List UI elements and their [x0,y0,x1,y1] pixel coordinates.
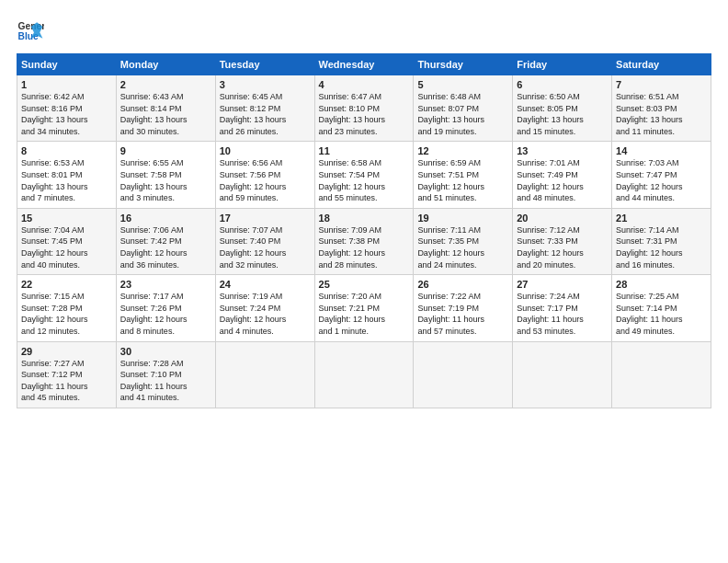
cell-2-1: 8Sunrise: 6:53 AMSunset: 8:01 PMDaylight… [17,142,117,208]
cell-1-3: 3Sunrise: 6:45 AMSunset: 8:12 PMDaylight… [215,75,314,142]
col-header-wednesday: Wednesday [314,54,414,75]
cell-4-1: 22Sunrise: 7:15 AMSunset: 7:28 PMDayligh… [17,275,117,341]
week-row-5: 29Sunrise: 7:27 AMSunset: 7:12 PMDayligh… [17,341,711,408]
logo-icon: General Blue [17,17,44,44]
day-number: 25 [319,279,410,290]
cell-content: Sunrise: 6:56 AMSunset: 7:56 PMDaylight:… [220,158,287,202]
page-header: General Blue [17,17,711,44]
day-number: 6 [517,79,608,90]
cell-content: Sunrise: 6:53 AMSunset: 8:01 PMDaylight:… [21,158,88,202]
cell-content: Sunrise: 6:59 AMSunset: 7:51 PMDaylight:… [417,158,484,202]
cell-content: Sunrise: 6:43 AMSunset: 8:14 PMDaylight:… [120,92,188,136]
week-row-4: 22Sunrise: 7:15 AMSunset: 7:28 PMDayligh… [17,275,711,341]
cell-1-5: 5Sunrise: 6:48 AMSunset: 8:07 PMDaylight… [414,75,513,142]
cell-content: Sunrise: 6:45 AMSunset: 8:12 PMDaylight:… [220,92,287,136]
cell-2-3: 10Sunrise: 6:56 AMSunset: 7:56 PMDayligh… [215,142,314,208]
cell-2-5: 12Sunrise: 6:59 AMSunset: 7:51 PMDayligh… [414,142,513,208]
day-number: 5 [417,79,508,90]
cell-5-6 [513,341,612,408]
day-number: 9 [120,145,211,156]
cell-content: Sunrise: 7:07 AMSunset: 7:40 PMDaylight:… [220,225,287,270]
cell-5-4 [314,341,414,408]
cell-content: Sunrise: 7:06 AMSunset: 7:42 PMDaylight:… [120,225,188,270]
day-number: 22 [21,279,112,290]
day-number: 30 [120,346,211,357]
cell-content: Sunrise: 7:25 AMSunset: 7:14 PMDaylight:… [616,292,683,336]
cell-content: Sunrise: 7:15 AMSunset: 7:28 PMDaylight:… [21,292,88,336]
cell-content: Sunrise: 7:09 AMSunset: 7:38 PMDaylight:… [319,225,386,270]
cell-content: Sunrise: 6:51 AMSunset: 8:03 PMDaylight:… [616,92,683,136]
cell-content: Sunrise: 7:22 AMSunset: 7:19 PMDaylight:… [417,292,484,336]
cell-2-2: 9Sunrise: 6:55 AMSunset: 7:58 PMDaylight… [116,142,215,208]
cell-1-7: 7Sunrise: 6:51 AMSunset: 8:03 PMDaylight… [612,75,711,142]
day-number: 28 [616,279,707,290]
cell-content: Sunrise: 6:48 AMSunset: 8:07 PMDaylight:… [417,92,484,136]
cell-2-4: 11Sunrise: 6:58 AMSunset: 7:54 PMDayligh… [314,142,414,208]
day-number: 7 [616,79,707,90]
week-row-3: 15Sunrise: 7:04 AMSunset: 7:45 PMDayligh… [17,208,711,274]
cell-content: Sunrise: 7:14 AMSunset: 7:31 PMDaylight:… [616,225,683,270]
day-number: 26 [417,279,508,290]
cell-3-7: 21Sunrise: 7:14 AMSunset: 7:31 PMDayligh… [612,208,711,274]
cell-content: Sunrise: 6:55 AMSunset: 7:58 PMDaylight:… [120,158,188,202]
cell-4-7: 28Sunrise: 7:25 AMSunset: 7:14 PMDayligh… [612,275,711,341]
cell-3-6: 20Sunrise: 7:12 AMSunset: 7:33 PMDayligh… [513,208,612,274]
col-header-saturday: Saturday [612,54,711,75]
cell-5-7 [612,341,711,408]
header-row: SundayMondayTuesdayWednesdayThursdayFrid… [17,54,711,75]
cell-5-5 [414,341,513,408]
week-row-1: 1Sunrise: 6:42 AMSunset: 8:16 PMDaylight… [17,75,711,142]
cell-content: Sunrise: 7:11 AMSunset: 7:35 PMDaylight:… [417,225,484,270]
day-number: 15 [21,213,112,224]
cell-2-7: 14Sunrise: 7:03 AMSunset: 7:47 PMDayligh… [612,142,711,208]
day-number: 2 [120,79,211,90]
cell-4-6: 27Sunrise: 7:24 AMSunset: 7:17 PMDayligh… [513,275,612,341]
cell-5-1: 29Sunrise: 7:27 AMSunset: 7:12 PMDayligh… [17,341,117,408]
cell-content: Sunrise: 6:58 AMSunset: 7:54 PMDaylight:… [319,158,386,202]
col-header-tuesday: Tuesday [215,54,314,75]
day-number: 13 [517,145,608,156]
day-number: 4 [319,79,410,90]
cell-content: Sunrise: 7:24 AMSunset: 7:17 PMDaylight:… [517,292,584,336]
cell-4-4: 25Sunrise: 7:20 AMSunset: 7:21 PMDayligh… [314,275,414,341]
day-number: 16 [120,213,211,224]
day-number: 14 [616,145,707,156]
cell-content: Sunrise: 7:27 AMSunset: 7:12 PMDaylight:… [21,359,88,403]
day-number: 10 [220,145,311,156]
day-number: 21 [616,213,707,224]
day-number: 3 [220,79,311,90]
day-number: 17 [220,213,311,224]
col-header-friday: Friday [513,54,612,75]
logo: General Blue [17,17,44,44]
day-number: 19 [417,213,508,224]
day-number: 23 [120,279,211,290]
cell-content: Sunrise: 7:28 AMSunset: 7:10 PMDaylight:… [120,359,188,403]
cell-3-3: 17Sunrise: 7:07 AMSunset: 7:40 PMDayligh… [215,208,314,274]
calendar-table: SundayMondayTuesdayWednesdayThursdayFrid… [17,53,711,408]
day-number: 11 [319,145,410,156]
col-header-sunday: Sunday [17,54,117,75]
cell-content: Sunrise: 7:04 AMSunset: 7:45 PMDaylight:… [21,225,88,270]
cell-5-3 [215,341,314,408]
day-number: 29 [21,346,112,357]
cell-content: Sunrise: 7:01 AMSunset: 7:49 PMDaylight:… [517,158,584,202]
cell-1-1: 1Sunrise: 6:42 AMSunset: 8:16 PMDaylight… [17,75,117,142]
cell-content: Sunrise: 7:20 AMSunset: 7:21 PMDaylight:… [319,292,386,336]
cell-1-2: 2Sunrise: 6:43 AMSunset: 8:14 PMDaylight… [116,75,215,142]
col-header-monday: Monday [116,54,215,75]
cell-content: Sunrise: 7:12 AMSunset: 7:33 PMDaylight:… [517,225,584,270]
cell-content: Sunrise: 7:17 AMSunset: 7:26 PMDaylight:… [120,292,188,336]
day-number: 24 [220,279,311,290]
cell-4-2: 23Sunrise: 7:17 AMSunset: 7:26 PMDayligh… [116,275,215,341]
day-number: 8 [21,145,112,156]
cell-3-4: 18Sunrise: 7:09 AMSunset: 7:38 PMDayligh… [314,208,414,274]
col-header-thursday: Thursday [414,54,513,75]
day-number: 1 [21,79,112,90]
cell-3-5: 19Sunrise: 7:11 AMSunset: 7:35 PMDayligh… [414,208,513,274]
cell-content: Sunrise: 6:50 AMSunset: 8:05 PMDaylight:… [517,92,584,136]
cell-3-1: 15Sunrise: 7:04 AMSunset: 7:45 PMDayligh… [17,208,117,274]
cell-content: Sunrise: 7:03 AMSunset: 7:47 PMDaylight:… [616,158,683,202]
day-number: 20 [517,213,608,224]
cell-4-5: 26Sunrise: 7:22 AMSunset: 7:19 PMDayligh… [414,275,513,341]
day-number: 27 [517,279,608,290]
